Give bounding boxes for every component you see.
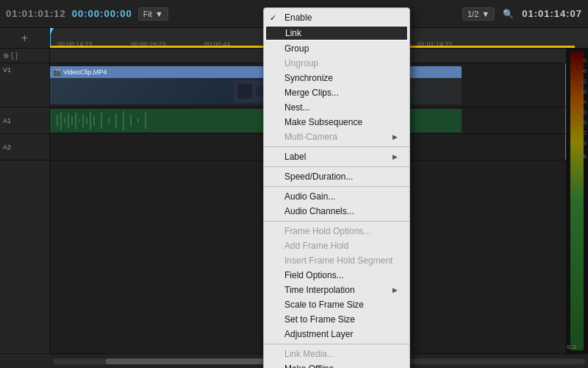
menu-separator-11 bbox=[264, 166, 409, 167]
menu-label-scale-to-frame: Scale to Frame Size bbox=[284, 300, 364, 310]
menu-item-speed-duration[interactable]: Speed/Duration... bbox=[264, 169, 409, 184]
menu-item-group[interactable]: Group bbox=[264, 41, 409, 56]
menu-label-frame-hold-options: Frame Hold Options... bbox=[284, 226, 370, 236]
scroll-left-spacer bbox=[0, 354, 50, 368]
track-headers: ⊕ { } V1 A1 A2 bbox=[0, 49, 50, 353]
submenu-arrow-label: ▶ bbox=[392, 153, 398, 160]
menu-item-scale-to-frame[interactable]: Scale to Frame Size bbox=[264, 297, 409, 312]
fit-label: Fit bbox=[143, 10, 152, 18]
ruler-left-spacer: + bbox=[0, 28, 50, 48]
track-icons: ⊕ { } bbox=[3, 52, 18, 60]
menu-label-merge-clips: Merge Clips... bbox=[284, 88, 339, 98]
menu-label-make-offline: Make Offline... bbox=[284, 364, 341, 368]
menu-label-link: Link bbox=[285, 28, 301, 38]
menu-item-link-media: Link Media... bbox=[264, 347, 409, 361]
menu-item-audio-gain[interactable]: Audio Gain... bbox=[264, 189, 409, 204]
checkmark-enable: ✓ bbox=[270, 13, 276, 23]
menu-label-insert-frame-hold: Insert Frame Hold Segment bbox=[284, 255, 392, 266]
fraction-select[interactable]: 1/2 ▼ bbox=[462, 7, 495, 21]
menu-label-audio-channels: Audio Channels... bbox=[284, 206, 354, 216]
menu-item-enable[interactable]: ✓Enable bbox=[264, 10, 409, 25]
menu-label-set-to-frame: Set to Frame Size bbox=[284, 314, 355, 325]
menu-label-make-subsequence: Make Subsequence bbox=[284, 117, 362, 127]
menu-separator-9 bbox=[264, 146, 409, 147]
menu-label-link-media: Link Media... bbox=[284, 349, 334, 359]
menu-label-multi-camera: Multi-Camera bbox=[284, 132, 337, 142]
playhead-head bbox=[50, 28, 54, 34]
menu-item-nest[interactable]: Nest... bbox=[264, 100, 409, 115]
menu-item-insert-frame-hold: Insert Frame Hold Segment bbox=[264, 253, 409, 268]
menu-separator-16 bbox=[264, 221, 409, 222]
video-clip-name: VideoClip.MP4 bbox=[63, 68, 107, 76]
menu-item-make-subsequence[interactable]: Make Subsequence bbox=[264, 115, 409, 130]
vu-s-label: S S bbox=[567, 344, 576, 350]
timecode-right: 01:01:14:07 bbox=[522, 8, 582, 19]
menu-separator-25 bbox=[264, 344, 409, 344]
timecode-left: 01:01:01:12 bbox=[6, 8, 66, 19]
audio-track-header-2: A2 bbox=[0, 134, 49, 160]
video-track-header: V1 bbox=[0, 63, 49, 107]
menu-item-field-options[interactable]: Field Options... bbox=[264, 268, 409, 283]
menu-separator-13 bbox=[264, 186, 409, 187]
chevron-down-icon-2: ▼ bbox=[481, 10, 490, 18]
menu-item-synchronize[interactable]: Synchronize bbox=[264, 71, 409, 85]
menu-label-add-frame-hold: Add Frame Hold bbox=[284, 241, 348, 251]
menu-label-label: Label bbox=[284, 152, 306, 162]
menu-item-make-offline[interactable]: Make Offline... bbox=[264, 361, 409, 368]
menu-label-enable: Enable bbox=[284, 13, 312, 23]
menu-label-speed-duration: Speed/Duration... bbox=[284, 171, 353, 182]
zoom-out-icon[interactable]: 🔍 bbox=[501, 7, 516, 21]
menu-label-audio-gain: Audio Gain... bbox=[284, 191, 335, 202]
track-header-icons: ⊕ { } bbox=[0, 49, 49, 63]
submenu-arrow-multi-camera: ▶ bbox=[392, 133, 398, 141]
menu-item-multi-camera: Multi-Camera▶ bbox=[264, 130, 409, 144]
menu-item-ungroup: Ungroup bbox=[264, 56, 409, 71]
menu-item-set-to-frame[interactable]: Set to Frame Size bbox=[264, 312, 409, 327]
menu-label-group: Group bbox=[284, 43, 309, 54]
menu-label-time-interpolation: Time Interpolation bbox=[284, 285, 355, 295]
menu-label-nest: Nest... bbox=[284, 102, 310, 113]
menu-label-field-options: Field Options... bbox=[284, 270, 344, 280]
menu-item-link[interactable]: Link bbox=[265, 26, 408, 40]
audio-track-header-1: A1 bbox=[0, 107, 49, 134]
chevron-down-icon: ▼ bbox=[155, 10, 163, 18]
scroll-thumb[interactable] bbox=[106, 358, 265, 364]
svg-rect-1 bbox=[237, 84, 252, 99]
menu-item-add-frame-hold: Add Frame Hold bbox=[264, 238, 409, 253]
menu-item-frame-hold-options: Frame Hold Options... bbox=[264, 224, 409, 238]
menu-item-merge-clips[interactable]: Merge Clips... bbox=[264, 85, 409, 100]
audio-track-label-1: A1 bbox=[3, 117, 11, 124]
add-track-button[interactable]: + bbox=[21, 32, 28, 45]
video-track-label: V1 bbox=[3, 66, 11, 74]
vu-labels: 0 -6 -12 -18 -24 -30 -36 -42 -48 dB bbox=[579, 56, 587, 162]
menu-item-label[interactable]: Label▶ bbox=[264, 149, 409, 164]
vu-meter: 0 -6 -12 -18 -24 -30 -36 -42 -48 dB S S bbox=[566, 49, 588, 353]
timecode-center[interactable]: 00:00:00:00 bbox=[72, 8, 132, 19]
fraction-label: 1/2 bbox=[467, 10, 478, 18]
menu-label-adjustment-layer: Adjustment Layer bbox=[284, 329, 353, 339]
menu-item-time-interpolation[interactable]: Time Interpolation▶ bbox=[264, 283, 409, 297]
menu-label-synchronize: Synchronize bbox=[284, 73, 333, 83]
film-icon: 🎬 bbox=[53, 68, 61, 76]
context-menu: ✓EnableLinkGroupUngroupSynchronizeMerge … bbox=[263, 7, 410, 368]
fit-dropdown[interactable]: Fit ▼ bbox=[138, 7, 168, 21]
menu-label-ungroup: Ungroup bbox=[284, 58, 318, 68]
menu-item-adjustment-layer[interactable]: Adjustment Layer bbox=[264, 327, 409, 342]
audio-track-label-2: A2 bbox=[3, 144, 11, 151]
playhead-line bbox=[50, 28, 51, 48]
submenu-arrow-time-interpolation: ▶ bbox=[392, 286, 398, 294]
menu-item-audio-channels[interactable]: Audio Channels... bbox=[264, 204, 409, 219]
